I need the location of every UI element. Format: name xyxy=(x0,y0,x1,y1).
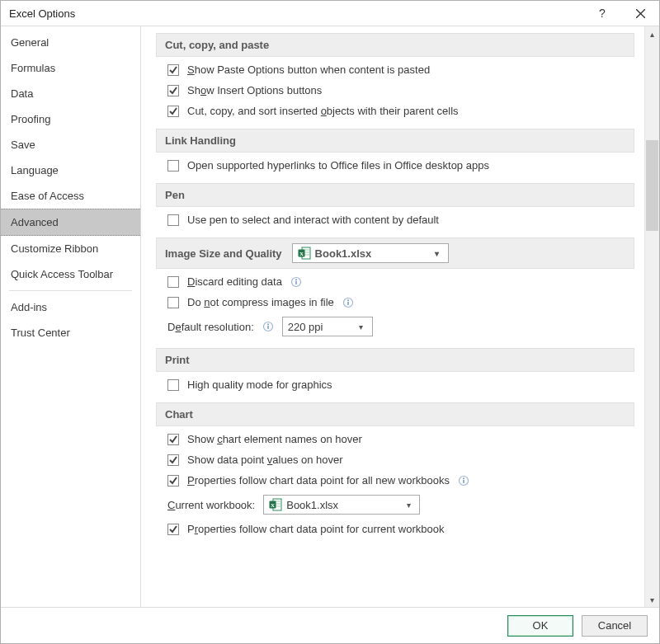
window-title: Excel Options xyxy=(9,7,75,20)
section-header-pen: Pen xyxy=(156,183,634,207)
option-cut-copy-sort-objects[interactable]: Cut, copy, and sort inserted objects wit… xyxy=(167,105,634,117)
info-icon[interactable] xyxy=(290,276,302,288)
label-show-data-point-values: Show data point values on hover xyxy=(187,454,343,466)
checkbox-discard-editing-data[interactable] xyxy=(167,276,179,288)
help-button[interactable]: ? xyxy=(583,1,621,26)
dialog-footer: OK Cancel xyxy=(1,607,659,643)
option-discard-editing-data[interactable]: Discard editing data xyxy=(167,275,634,288)
label-show-chart-element-names: Show chart element names on hover xyxy=(187,433,362,445)
vertical-scrollbar[interactable]: ▴ ▾ xyxy=(644,26,659,607)
sidebar-item-quick-access-toolbar[interactable]: Quick Access Toolbar xyxy=(1,261,140,287)
checkbox-show-paste-options[interactable] xyxy=(167,64,179,76)
option-high-quality-graphics[interactable]: High quality mode for graphics xyxy=(167,378,634,391)
combo-default-resolution[interactable]: 220 ppi ▾ xyxy=(282,317,373,336)
chevron-down-icon: ▾ xyxy=(430,249,445,258)
svg-point-9 xyxy=(295,279,297,280)
sidebar-item-add-ins[interactable]: Add-ins xyxy=(1,294,140,320)
section-header-link-handling: Link Handling xyxy=(156,129,634,153)
sidebar-item-language[interactable]: Language xyxy=(1,157,140,183)
scroll-thumb[interactable] xyxy=(646,140,658,231)
sidebar-item-save[interactable]: Save xyxy=(1,132,140,157)
checkbox-show-data-point-values[interactable] xyxy=(167,454,179,466)
section-header-image-quality: Image Size and Quality X Book1.xlsx ▾ xyxy=(156,237,634,269)
checkbox-open-hyperlinks[interactable] xyxy=(167,160,179,172)
ok-button[interactable]: OK xyxy=(507,615,573,637)
option-do-not-compress[interactable]: Do not compress images in file xyxy=(167,296,634,308)
option-use-pen[interactable]: Use pen to select and interact with cont… xyxy=(167,214,634,226)
chevron-down-icon: ▾ xyxy=(401,501,416,510)
combo-image-quality-workbook-value: Book1.xlsx xyxy=(315,247,372,260)
checkbox-high-quality-graphics[interactable] xyxy=(167,379,179,391)
sidebar-separator xyxy=(9,290,132,291)
svg-rect-13 xyxy=(347,301,348,304)
excel-file-icon: X xyxy=(298,247,311,260)
svg-rect-10 xyxy=(295,280,296,284)
section-header-print: Print xyxy=(156,348,634,372)
chevron-down-icon: ▾ xyxy=(354,322,369,331)
label-do-not-compress: Do not compress images in file xyxy=(187,296,334,308)
sidebar-item-trust-center[interactable]: Trust Center xyxy=(1,320,140,346)
sidebar-item-data[interactable]: Data xyxy=(1,81,140,106)
svg-point-12 xyxy=(347,299,349,301)
checkbox-show-insert-options[interactable] xyxy=(167,85,179,96)
checkbox-do-not-compress[interactable] xyxy=(167,297,179,308)
option-show-paste-options[interactable]: Show Paste Options button when content i… xyxy=(167,63,634,76)
label-show-paste-options: Show Paste Options button when content i… xyxy=(187,63,430,76)
svg-point-18 xyxy=(463,477,464,479)
sidebar-item-advanced[interactable]: Advanced xyxy=(1,209,140,236)
label-use-pen: Use pen to select and interact with cont… xyxy=(187,214,439,226)
svg-point-15 xyxy=(267,323,269,325)
titlebar: Excel Options ? xyxy=(1,1,659,26)
svg-text:X: X xyxy=(299,251,304,257)
combo-current-workbook-value: Book1.xlsx xyxy=(286,499,338,511)
combo-image-quality-workbook[interactable]: X Book1.xlsx ▾ xyxy=(292,243,449,263)
label-show-insert-options: Show Insert Options buttons xyxy=(187,84,322,96)
svg-rect-19 xyxy=(463,479,464,482)
cancel-button[interactable]: Cancel xyxy=(582,615,648,637)
label-open-hyperlinks: Open supported hyperlinks to Office file… xyxy=(187,159,489,172)
row-default-resolution: Default resolution: 220 ppi ▾ xyxy=(167,317,634,336)
checkbox-use-pen[interactable] xyxy=(167,214,179,226)
sidebar-item-proofing[interactable]: Proofing xyxy=(1,106,140,132)
sidebar-item-ease-of-access[interactable]: Ease of Access xyxy=(1,183,140,209)
label-cut-copy-sort-objects: Cut, copy, and sort inserted objects wit… xyxy=(187,105,459,117)
scroll-down-arrow-icon[interactable]: ▾ xyxy=(645,592,659,607)
combo-default-resolution-value: 220 ppi xyxy=(288,321,323,333)
sidebar-item-general[interactable]: General xyxy=(1,30,140,55)
checkbox-properties-current-workbook[interactable] xyxy=(167,524,179,535)
svg-rect-16 xyxy=(267,326,268,329)
option-open-hyperlinks[interactable]: Open supported hyperlinks to Office file… xyxy=(167,159,634,172)
sidebar: General Formulas Data Proofing Save Lang… xyxy=(1,26,141,607)
option-properties-all-workbooks[interactable]: Properties follow chart data point for a… xyxy=(167,474,634,487)
info-icon[interactable] xyxy=(262,321,274,332)
label-default-resolution: Default resolution: xyxy=(167,321,254,333)
sidebar-item-customize-ribbon[interactable]: Customize Ribbon xyxy=(1,236,140,261)
checkbox-properties-all-workbooks[interactable] xyxy=(167,475,179,487)
svg-text:X: X xyxy=(271,502,275,509)
label-properties-current-workbook: Properties follow chart data point for c… xyxy=(187,523,444,535)
info-icon[interactable] xyxy=(458,475,469,487)
option-show-insert-options[interactable]: Show Insert Options buttons xyxy=(167,84,634,96)
label-high-quality-graphics: High quality mode for graphics xyxy=(187,378,332,391)
label-discard-editing-data: Discard editing data xyxy=(187,275,282,288)
row-current-workbook: Current workbook: X Book1.xlsx ▾ xyxy=(167,495,634,515)
sidebar-item-formulas[interactable]: Formulas xyxy=(1,55,140,81)
checkbox-show-chart-element-names[interactable] xyxy=(167,434,179,445)
label-current-workbook: Current workbook: xyxy=(167,499,255,511)
combo-current-workbook[interactable]: X Book1.xlsx ▾ xyxy=(263,495,420,515)
scroll-up-arrow-icon[interactable]: ▴ xyxy=(645,26,659,41)
section-header-cut-copy-paste: Cut, copy, and paste xyxy=(156,33,634,57)
option-show-data-point-values[interactable]: Show data point values on hover xyxy=(167,454,634,466)
option-show-chart-element-names[interactable]: Show chart element names on hover xyxy=(167,433,634,445)
label-properties-all-workbooks: Properties follow chart data point for a… xyxy=(187,474,450,487)
main-pane: Cut, copy, and paste Show Paste Options … xyxy=(141,26,659,607)
close-button[interactable] xyxy=(621,1,659,26)
info-icon[interactable] xyxy=(342,297,354,308)
scroll-track[interactable] xyxy=(645,41,659,592)
options-scroll-content: Cut, copy, and paste Show Paste Options … xyxy=(141,26,644,607)
excel-file-icon: X xyxy=(269,498,282,511)
checkbox-cut-copy-sort-objects[interactable] xyxy=(167,106,179,117)
option-properties-current-workbook[interactable]: Properties follow chart data point for c… xyxy=(167,523,634,535)
close-icon xyxy=(636,9,645,18)
section-header-chart: Chart xyxy=(156,402,634,426)
